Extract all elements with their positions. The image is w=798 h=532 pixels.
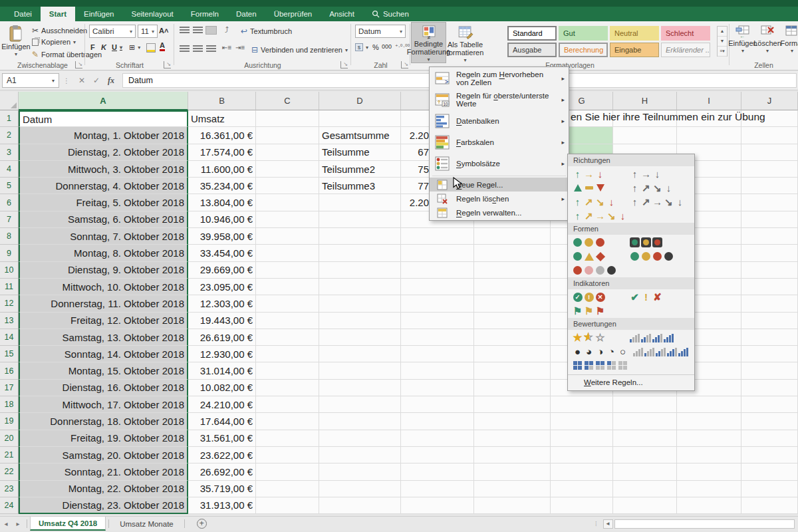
merge-center-button[interactable]: ⊟Verbinden und zentrieren▾	[251, 45, 348, 55]
cell-d7[interactable]	[319, 211, 401, 228]
cell-j16[interactable]	[741, 362, 798, 379]
row-header-10[interactable]: 10	[0, 262, 19, 279]
cell-a2[interactable]: Montag, 1. Oktober 2018	[19, 127, 188, 144]
gallery-up-icon[interactable]: ▲	[718, 27, 727, 37]
cell-h20[interactable]	[613, 430, 677, 447]
cell-i2[interactable]	[677, 127, 741, 144]
cell-d24[interactable]	[319, 497, 401, 514]
cell-e18[interactable]	[401, 396, 474, 413]
cell-g24[interactable]	[551, 497, 613, 514]
cell-f20[interactable]	[474, 430, 551, 447]
icon-set[interactable]: ↑↗→↘↓	[572, 210, 628, 222]
underline-button[interactable]: U▾	[112, 43, 122, 51]
cell-d10[interactable]	[319, 262, 401, 279]
cell-e22[interactable]	[401, 464, 474, 480]
row-header-16[interactable]: 16	[0, 362, 19, 379]
row-header-21[interactable]: 21	[0, 447, 19, 464]
cell-f21[interactable]	[474, 447, 551, 464]
cell-j13[interactable]	[741, 313, 798, 329]
cell-f19[interactable]	[474, 413, 551, 430]
more-rules-item[interactable]: Weitere Regeln...	[568, 374, 694, 389]
format-cells-button[interactable]: Format▾	[780, 22, 798, 63]
cell-c23[interactable]	[256, 481, 319, 497]
name-box[interactable]: A1▾	[2, 73, 59, 88]
ribbon-tab-datei[interactable]: Datei	[5, 7, 41, 21]
cell-c12[interactable]	[256, 295, 319, 312]
row-header-20[interactable]: 20	[0, 430, 19, 447]
menu-item-farbskalen[interactable]: Farbskalen▸	[430, 132, 569, 153]
align-top-icon[interactable]	[180, 27, 190, 34]
cell-c14[interactable]	[256, 329, 319, 346]
increase-indent-icon[interactable]: ⇥≡	[235, 44, 245, 51]
cell-e11[interactable]	[401, 279, 474, 295]
cell-c6[interactable]	[256, 194, 319, 211]
cell-e15[interactable]	[401, 346, 474, 362]
format-as-table-button[interactable]: Als Tabelle formatieren ▾	[448, 22, 483, 63]
cell-a23[interactable]: Montag, 22. Oktober 2018	[19, 481, 188, 497]
cell-f24[interactable]	[474, 497, 551, 514]
col-header-j[interactable]: J	[741, 92, 798, 110]
orientation-icon[interactable]: ⤴	[225, 25, 229, 35]
cell-d18[interactable]	[319, 396, 401, 413]
cell-b5[interactable]: 35.234,00 €	[188, 178, 256, 194]
cell-e8[interactable]	[401, 228, 474, 245]
cell-h21[interactable]	[613, 447, 677, 464]
cell-a4[interactable]: Mittwoch, 3. Oktober 2018	[19, 161, 188, 178]
cell-h23[interactable]	[613, 481, 677, 497]
insert-cells-button[interactable]: ← Einfügen▾	[731, 22, 755, 63]
cell-d4[interactable]: Teilsumme2	[319, 161, 401, 178]
cell-d12[interactable]	[319, 295, 401, 312]
cut-button[interactable]: ✂Ausschneiden	[32, 26, 87, 35]
cell-style-berechnung[interactable]: Berechnung	[559, 43, 608, 57]
sheet-tab-umsatz-q4-2018[interactable]: Umsatz Q4 2018	[30, 517, 106, 531]
cell-g18[interactable]	[551, 396, 613, 413]
icon-set[interactable]	[572, 265, 625, 277]
conditional-formatting-button[interactable]: ≠ Bedingte Formatierung ▾	[411, 22, 446, 63]
cell-d9[interactable]	[319, 245, 401, 261]
decrease-indent-icon[interactable]: ⇤≡	[222, 44, 231, 51]
cell-a11[interactable]: Mittwoch, 10. Oktober 2018	[19, 279, 188, 295]
bold-button[interactable]: F	[90, 43, 95, 51]
cell-f11[interactable]	[474, 279, 551, 295]
cell-a8[interactable]: Sonntag, 7. Oktober 2018	[19, 228, 188, 245]
cell-d15[interactable]	[319, 346, 401, 362]
cell-e19[interactable]	[401, 413, 474, 430]
cell-i18[interactable]	[677, 396, 741, 413]
number-format-combo[interactable]: Datum▾	[355, 25, 406, 38]
cell-c5[interactable]	[256, 178, 319, 194]
icon-set[interactable]: ↑↗↘↓	[629, 182, 674, 194]
cell-b2[interactable]: 16.361,00 €	[188, 127, 256, 144]
increase-decimal-icon[interactable]: ⁺·⁰	[395, 43, 402, 50]
cell-style-gut[interactable]: Gut	[559, 26, 608, 41]
icon-set[interactable]: ⚑⚑⚑	[572, 305, 625, 317]
cell-style-ausgabe[interactable]: Ausgabe	[507, 43, 557, 57]
cell-j23[interactable]	[741, 481, 798, 497]
cell-a19[interactable]: Donnerstag, 18. Oktober 2018	[19, 413, 188, 430]
cell-f10[interactable]	[474, 262, 551, 279]
select-all-corner[interactable]	[0, 92, 19, 110]
cell-j4[interactable]	[741, 161, 798, 178]
menu-item-symbolsätze[interactable]: Symbolsätze▸	[430, 153, 569, 174]
ribbon-tab-formeln[interactable]: Formeln	[182, 7, 227, 21]
ribbon-tab-einfügen[interactable]: Einfügen	[75, 7, 122, 21]
cell-style-neutral[interactable]: Neutral	[610, 26, 659, 41]
icon-set[interactable]: ↑→↓	[572, 168, 625, 180]
icon-set[interactable]	[629, 332, 674, 344]
row-header-18[interactable]: 18	[0, 396, 19, 413]
cell-e23[interactable]	[401, 481, 474, 497]
menu-item-regeln-zum-hervorheben-von-zellen[interactable]: >Regeln zum Hervorheben von Zellen▸	[430, 68, 569, 89]
horizontal-scrollbar[interactable]: ⁞ ◄	[595, 519, 795, 529]
cell-e17[interactable]	[401, 380, 474, 396]
cell-f22[interactable]	[474, 464, 551, 480]
align-center-icon[interactable]	[193, 45, 203, 53]
cell-d17[interactable]	[319, 380, 401, 396]
cell-d2[interactable]: Gesamtsumme	[319, 127, 401, 144]
dialog-launcher-icon[interactable]: ↘	[75, 61, 82, 68]
cell-a9[interactable]: Montag, 8. Oktober 2018	[19, 245, 188, 261]
cell-c15[interactable]	[256, 346, 319, 362]
col-header-d[interactable]: D	[319, 92, 401, 110]
row-header-9[interactable]: 9	[0, 245, 19, 261]
row-header-3[interactable]: 3	[0, 144, 19, 161]
cell-a16[interactable]: Montag, 15. Oktober 2018	[19, 362, 188, 379]
cell-c1[interactable]	[256, 110, 319, 127]
